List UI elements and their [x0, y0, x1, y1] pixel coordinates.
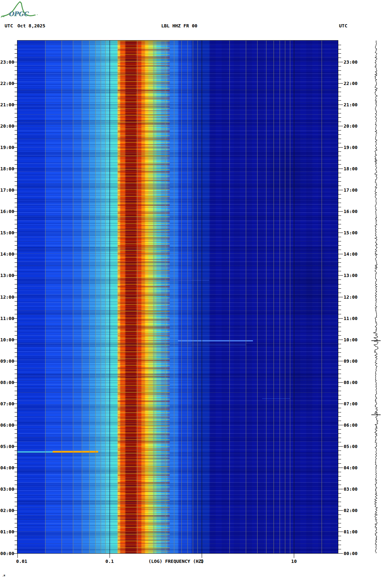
hour-label-left: 03:00	[0, 487, 14, 491]
gridline-minor	[266, 41, 266, 553]
minute-tick	[338, 92, 341, 92]
minute-tick	[15, 293, 17, 293]
hour-tick	[13, 340, 17, 340]
minute-tick	[338, 228, 341, 229]
minute-tick	[338, 96, 341, 96]
minute-tick	[15, 139, 17, 139]
minute-tick	[338, 391, 341, 391]
hour-tick	[13, 233, 17, 233]
minute-tick	[338, 134, 341, 135]
hour-label-right: 13:00	[344, 273, 359, 278]
utc-label-right: UTC	[339, 23, 347, 28]
minute-tick	[15, 220, 17, 220]
minute-tick	[15, 130, 17, 130]
minute-tick	[15, 433, 17, 434]
minute-tick	[338, 220, 341, 220]
minute-tick	[338, 480, 341, 481]
minute-tick	[15, 122, 17, 122]
freq-tick	[17, 554, 18, 558]
minute-tick	[338, 207, 341, 207]
hour-tick	[13, 147, 17, 148]
minute-tick	[15, 143, 17, 143]
minute-tick	[338, 369, 341, 370]
minute-tick	[15, 365, 17, 366]
minute-tick	[15, 173, 17, 173]
hour-label-left: 02:00	[0, 508, 14, 513]
hour-tick	[13, 190, 17, 190]
hour-tick	[338, 404, 343, 404]
hour-label-left: 13:00	[0, 273, 14, 278]
minute-tick	[15, 49, 17, 49]
minute-tick	[15, 156, 17, 156]
hour-label-right: 20:00	[344, 124, 359, 128]
hour-tick	[13, 489, 17, 489]
minute-tick	[338, 421, 341, 421]
hour-label-left: 10:00	[0, 337, 14, 342]
hour-label-right: 09:00	[344, 359, 359, 363]
minute-tick	[15, 485, 17, 485]
hour-label-right: 03:00	[344, 487, 359, 491]
gridline-minor	[280, 41, 280, 553]
hour-label-left: 21:00	[0, 102, 14, 107]
minute-tick	[15, 476, 17, 476]
minute-tick	[338, 519, 341, 519]
minute-tick	[15, 506, 17, 506]
minute-tick	[338, 476, 341, 476]
minute-tick	[338, 545, 341, 545]
gridline-minor	[45, 41, 46, 553]
minute-tick	[338, 540, 341, 541]
minute-tick	[15, 164, 17, 165]
hour-label-right: 02:00	[344, 508, 359, 513]
hour-label-right: 19:00	[344, 145, 359, 150]
minute-tick	[338, 288, 341, 289]
minute-tick	[15, 545, 17, 545]
hour-label-left: 22:00	[0, 81, 14, 86]
hour-tick	[13, 404, 17, 404]
minute-tick	[15, 421, 17, 421]
minute-tick	[338, 502, 341, 502]
hour-tick	[13, 126, 17, 126]
minute-tick	[15, 438, 17, 438]
minute-tick	[338, 203, 341, 203]
minute-tick	[15, 279, 17, 280]
hour-label-left: 19:00	[0, 145, 14, 150]
minute-tick	[338, 408, 341, 408]
seismogram-trace	[370, 41, 383, 553]
minute-tick	[338, 527, 341, 528]
hour-tick	[338, 340, 343, 340]
minute-tick	[338, 271, 341, 271]
minute-tick	[338, 412, 341, 412]
minute-tick	[15, 369, 17, 370]
hour-label-right: 05:00	[344, 444, 359, 449]
hour-tick	[338, 510, 343, 511]
gridline-minor	[101, 41, 101, 553]
minute-tick	[338, 177, 341, 177]
minute-tick	[15, 442, 17, 442]
minute-tick	[338, 215, 341, 216]
gridline-minor	[82, 41, 82, 553]
minute-tick	[15, 58, 17, 58]
hour-tick	[13, 468, 17, 468]
hour-tick	[13, 297, 17, 297]
minute-tick	[338, 455, 341, 455]
minute-tick	[15, 412, 17, 412]
minute-tick	[15, 96, 17, 96]
minute-tick	[338, 122, 341, 122]
hour-tick	[338, 297, 343, 297]
hour-tick	[338, 147, 343, 148]
minute-tick	[338, 267, 341, 267]
hour-label-left: 14:00	[0, 252, 14, 256]
hour-label-right: 06:00	[344, 423, 359, 427]
minute-tick	[15, 109, 17, 109]
minute-tick	[15, 323, 17, 323]
minute-tick	[15, 245, 17, 246]
minute-tick	[15, 459, 17, 459]
spectrogram-page: OPGC UTC Oct 8,2025 LBL HHZ FR 00 UTC (L…	[0, 0, 392, 581]
minute-tick	[15, 540, 17, 541]
minute-tick	[15, 45, 17, 45]
minute-tick	[15, 314, 17, 314]
minute-tick	[15, 228, 17, 229]
minute-tick	[338, 357, 341, 357]
minute-tick	[15, 305, 17, 306]
hour-label-right: 17:00	[344, 188, 359, 192]
